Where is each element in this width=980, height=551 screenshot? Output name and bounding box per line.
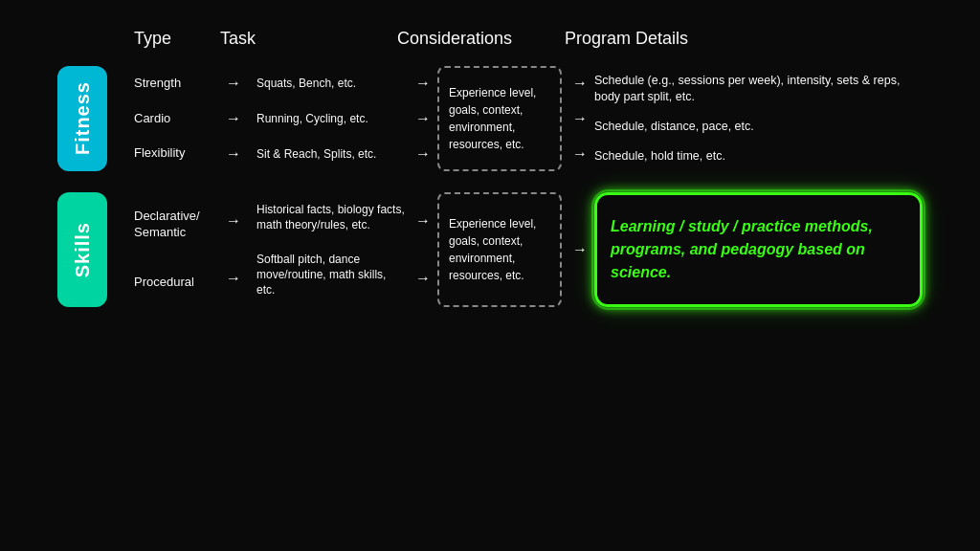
- fitness-arrows-1: → → →: [211, 66, 256, 171]
- arrow-flexibility-1: →: [226, 145, 241, 163]
- fitness-arrows-3: → → →: [568, 66, 592, 171]
- fitness-desc-flexibility: Sit & Reach, Splits, etc.: [256, 146, 405, 162]
- program-header: Program Details: [565, 29, 833, 49]
- fitness-task-descs: Squats, Bench, etc. Running, Cycling, et…: [256, 66, 405, 171]
- fitness-desc-cardio: Running, Cycling, etc.: [256, 111, 405, 126]
- main-content: Fitness Strength Cardio Flexibility → → …: [57, 66, 923, 307]
- arrow-declarative-2: →: [415, 212, 431, 230]
- task-header: Task: [220, 29, 397, 49]
- fitness-section: Fitness Strength Cardio Flexibility → → …: [57, 66, 923, 171]
- skills-desc-declarative: Historical facts, biology facts, math th…: [256, 202, 405, 232]
- fitness-considerations-text: Experience level, goals, context, enviro…: [449, 84, 550, 153]
- skills-task-procedural: Procedural: [134, 275, 211, 291]
- arrow-flexibility-3: →: [572, 145, 588, 163]
- considerations-header: Considerations: [397, 29, 565, 49]
- fitness-program-strength: Schedule (e.g., sessions per week), inte…: [594, 73, 923, 106]
- arrow-cardio-3: →: [572, 110, 588, 127]
- skills-section: Skills Declarative/ Semantic Procedural …: [57, 192, 923, 307]
- skills-arrows-2: → →: [412, 192, 434, 307]
- fitness-badge-label: Fitness: [72, 81, 94, 155]
- skills-considerations-box: Experience level, goals, context, enviro…: [437, 192, 562, 307]
- skills-arrows-3: →: [568, 192, 592, 307]
- skills-considerations-text: Experience level, goals, context, enviro…: [449, 215, 550, 284]
- skills-task-declarative: Declarative/ Semantic: [134, 209, 211, 241]
- skills-badge-label: Skills: [72, 222, 94, 277]
- skills-program-col: Learning / study / practice methods, pro…: [594, 192, 923, 307]
- skills-badge: Skills: [57, 192, 107, 307]
- arrow-strength-1: →: [226, 75, 241, 92]
- fitness-programs: Schedule (e.g., sessions per week), inte…: [594, 66, 923, 171]
- arrow-procedural-2: →: [415, 270, 431, 287]
- fitness-program-flexibility: Schedule, hold time, etc.: [594, 148, 923, 165]
- header-row: Type Task Considerations Program Details: [57, 29, 923, 49]
- arrow-strength-2: →: [415, 75, 431, 92]
- fitness-badge: Fitness: [57, 66, 107, 171]
- fitness-tasks: Strength Cardio Flexibility: [134, 66, 211, 171]
- skills-tasks: Declarative/ Semantic Procedural: [134, 192, 211, 307]
- fitness-program-cardio: Schedule, distance, pace, etc.: [594, 119, 923, 136]
- skills-program-box: Learning / study / practice methods, pro…: [594, 192, 923, 307]
- skills-desc-procedural: Softball pitch, dance move/routine, math…: [256, 252, 405, 298]
- fitness-arrows-2: → → →: [412, 66, 434, 171]
- skills-task-descs: Historical facts, biology facts, math th…: [256, 192, 405, 307]
- arrow-cardio-1: →: [226, 110, 241, 127]
- skills-arrows-1: → →: [211, 192, 256, 307]
- arrow-skills-out: →: [572, 241, 588, 258]
- arrow-strength-3: →: [572, 75, 588, 92]
- arrow-flexibility-2: →: [415, 145, 431, 163]
- fitness-task-strength: Strength: [134, 76, 211, 92]
- arrow-declarative-1: →: [226, 212, 241, 230]
- fitness-desc-strength: Squats, Bench, etc.: [256, 76, 405, 91]
- main-container: Type Task Considerations Program Details…: [0, 0, 980, 551]
- fitness-task-cardio: Cardio: [134, 111, 211, 127]
- type-header: Type: [134, 29, 220, 49]
- fitness-considerations-box: Experience level, goals, context, enviro…: [437, 66, 562, 171]
- skills-program-text: Learning / study / practice methods, pro…: [611, 215, 906, 284]
- arrow-procedural-1: →: [226, 270, 241, 287]
- fitness-task-flexibility: Flexibility: [134, 145, 211, 162]
- arrow-cardio-2: →: [415, 110, 431, 127]
